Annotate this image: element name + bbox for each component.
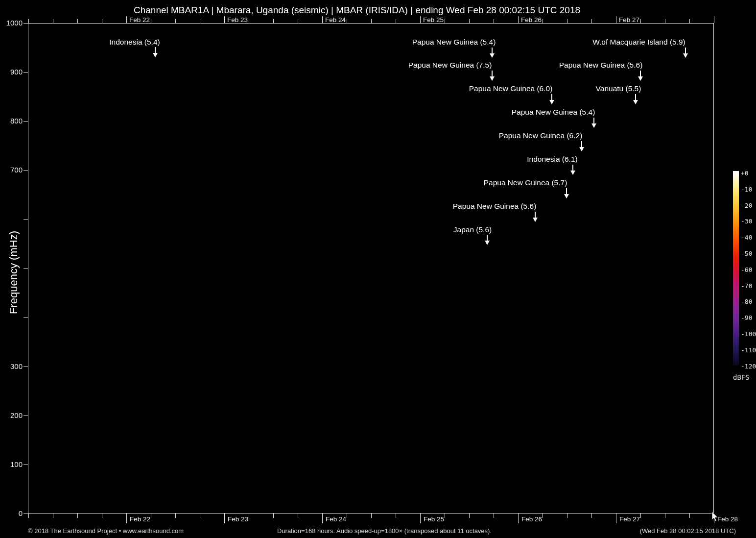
x-axis-tick-bottom	[543, 514, 543, 518]
x-axis-tick-bottom	[445, 514, 445, 518]
y-axis-tick-label: 300	[0, 362, 23, 370]
event-annotation-arrowhead	[490, 53, 495, 58]
y-axis-title: Frequency (mHz)	[7, 231, 20, 314]
event-annotation-label: Papua New Guinea (5.4)	[512, 108, 595, 117]
colorbar-tick-label: -70	[741, 282, 752, 289]
x-axis-tick-top	[469, 19, 470, 23]
event-annotation-arrowhead	[638, 76, 643, 81]
y-axis-tick	[24, 514, 28, 514]
event-annotation-label: Japan (5.6)	[453, 225, 492, 234]
colorbar-tick-label: -90	[741, 314, 752, 321]
x-axis-date-label-top: Feb 26	[521, 16, 542, 24]
x-axis-tick-top	[689, 19, 690, 23]
event-annotation-label: Indonesia (5.4)	[109, 38, 160, 47]
x-axis-tick-bottom	[518, 514, 519, 523]
x-axis-date-label-top: Feb 25	[423, 16, 444, 24]
event-annotation-arrowhead	[564, 194, 569, 198]
x-axis-tick-bottom	[175, 514, 176, 518]
x-axis-tick-top	[28, 19, 29, 23]
spectrogram-screenshot: Channel MBAR1A | Mbarara, Uganda (seismi…	[0, 0, 756, 538]
x-axis-tick-top	[53, 19, 53, 23]
x-axis-date-label-top: Feb 24	[325, 16, 346, 24]
y-axis-tick-label: 200	[0, 411, 23, 419]
event-annotation-arrowhead	[570, 171, 575, 175]
y-axis-tick-label: 0	[0, 509, 23, 517]
event-annotation-label: Papua New Guinea (5.4)	[412, 38, 496, 47]
x-axis-tick-top	[151, 19, 151, 23]
colorbar-gradient	[733, 171, 739, 366]
x-axis-tick-top	[591, 19, 592, 23]
x-axis-tick-bottom	[420, 514, 421, 523]
y-axis-tick	[24, 366, 28, 367]
x-axis-tick-bottom	[77, 514, 78, 518]
x-axis-tick-bottom	[567, 514, 567, 518]
footer-duration: Duration=168 hours. Audio speed-up=1800×…	[277, 527, 492, 535]
colorbar-tick-label: -10	[741, 185, 752, 193]
x-axis-tick-bottom	[469, 514, 470, 518]
x-axis-date-label-top: Feb 22	[129, 16, 150, 24]
x-axis-tick-bottom	[665, 514, 665, 518]
event-annotation-label: Papua New Guinea (5.7)	[484, 178, 567, 187]
x-axis-tick-top	[126, 16, 127, 23]
event-annotation-label: Papua New Guinea (5.6)	[453, 202, 537, 211]
event-annotation-arrowhead	[153, 53, 158, 57]
x-axis-tick-bottom	[298, 514, 298, 518]
y-axis-tick-label: 700	[0, 166, 23, 174]
y-axis-tick-label: 1000	[0, 19, 23, 27]
x-axis-tick-top	[616, 16, 616, 23]
x-axis-tick-top	[640, 19, 641, 23]
x-axis-tick-top	[371, 19, 372, 23]
event-annotation-arrowhead	[579, 147, 584, 151]
colorbar-tick-label: -60	[741, 266, 752, 273]
colorbar-tick-label: -120	[741, 362, 756, 369]
event-annotation-label: Indonesia (6.1)	[527, 155, 577, 164]
y-axis-tick	[24, 72, 28, 73]
y-axis-tick	[24, 317, 28, 318]
x-axis-tick-bottom	[371, 514, 372, 518]
x-axis-tick-top	[445, 19, 445, 23]
x-axis-tick-top	[518, 16, 519, 23]
x-axis-date-label-bottom: Feb 28	[717, 515, 738, 523]
x-axis-tick-top	[420, 16, 421, 23]
x-axis-tick-top	[175, 19, 176, 23]
x-axis-tick-bottom	[126, 514, 127, 523]
event-annotation-arrowhead	[490, 76, 495, 81]
x-axis-tick-top	[567, 19, 567, 23]
x-axis-tick-bottom	[224, 514, 225, 523]
event-annotation-label: W.of Macquarie Island (5.9)	[592, 38, 685, 47]
footer-timestamp: (Wed Feb 28 00:02:15 2018 UTC)	[640, 527, 736, 535]
colorbar-tick-label: -110	[741, 346, 756, 353]
x-axis-tick-top	[494, 19, 494, 23]
x-axis-tick-top	[543, 19, 543, 23]
x-axis-tick-bottom	[591, 514, 592, 518]
y-axis-tick	[24, 219, 28, 220]
x-axis-tick-top	[102, 19, 102, 23]
x-axis-tick-top	[322, 16, 323, 23]
y-axis-tick	[24, 415, 28, 416]
colorbar-tick-label: -50	[741, 250, 752, 257]
x-axis-tick-top	[298, 19, 298, 23]
event-annotation-label: Papua New Guinea (5.6)	[559, 61, 643, 70]
colorbar-unit-label: dBFS	[733, 373, 750, 381]
x-axis-tick-bottom	[640, 514, 641, 518]
x-axis-date-label-top: Feb 27	[619, 16, 639, 24]
x-axis-tick-top	[249, 19, 249, 23]
y-axis-tick-label: 900	[0, 68, 23, 76]
x-axis-date-label-bottom: Feb 23	[228, 515, 248, 523]
event-annotation-arrowhead	[549, 100, 554, 104]
x-axis-date-label-top: Feb 23	[227, 16, 248, 24]
x-axis-tick-top	[77, 19, 78, 23]
x-axis-tick-top	[200, 19, 200, 23]
y-axis-tick	[24, 268, 28, 269]
event-annotation-arrowhead	[533, 218, 538, 222]
x-axis-tick-top	[665, 19, 665, 23]
y-axis-tick-label: 100	[0, 460, 23, 468]
mouse-cursor-icon	[711, 512, 719, 523]
x-axis-tick-bottom	[102, 514, 102, 518]
colorbar-tick-label: -80	[741, 298, 752, 305]
x-axis-tick-bottom	[396, 514, 396, 518]
colorbar-tick-label: -30	[741, 218, 752, 225]
x-axis-date-label-bottom: Feb 22	[130, 515, 150, 523]
x-axis-tick-bottom	[53, 514, 53, 518]
event-annotation-label: Papua New Guinea (6.0)	[469, 84, 553, 93]
